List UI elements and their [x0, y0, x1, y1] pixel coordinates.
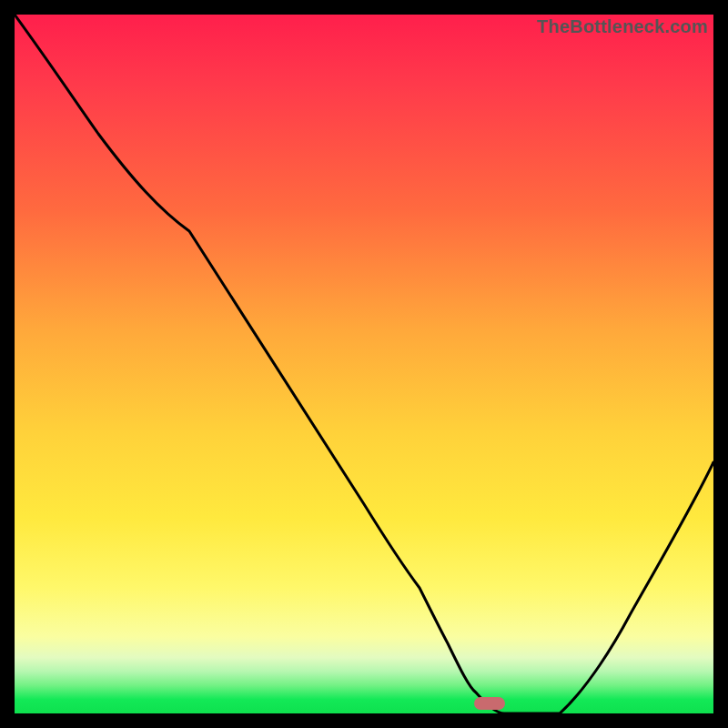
plot-area: TheBottleneck.com — [15, 15, 713, 713]
bottleneck-curve — [15, 15, 713, 713]
watermark-text: TheBottleneck.com — [537, 16, 708, 37]
optimal-marker — [474, 697, 505, 710]
chart-frame: TheBottleneck.com — [0, 0, 728, 728]
